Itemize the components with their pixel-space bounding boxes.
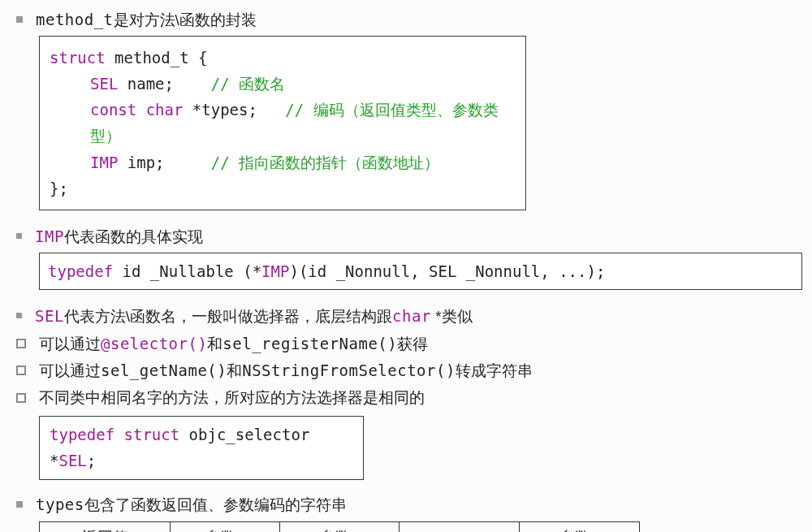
heading-code: IMP xyxy=(35,227,64,245)
section-sel: SEL代表方法\函数名，一般叫做选择器，底层结构跟char *类似 可以通过@s… xyxy=(16,305,796,480)
bullet-heading: types包含了函数返回值、参数编码的字符串 xyxy=(16,493,796,517)
heading-text: SEL代表方法\函数名，一般叫做选择器，底层结构跟char *类似 xyxy=(35,305,473,329)
bullet-heading: method_t是对方法\函数的封装 xyxy=(16,8,796,32)
bullet-heading: IMP代表函数的具体实现 xyxy=(16,225,796,249)
section-imp: IMP代表函数的具体实现 typedef id _Nullable (*IMP)… xyxy=(16,225,796,290)
heading-text: IMP代表函数的具体实现 xyxy=(35,225,203,249)
hollow-square-icon xyxy=(16,393,26,403)
heading-code: method_t xyxy=(36,11,114,28)
bullet-heading: SEL代表方法\函数名，一般叫做选择器，底层结构跟char *类似 xyxy=(16,305,796,329)
sub-bullet-3: 不同类中相同名字的方法，所对应的方法选择器是相同的 xyxy=(16,387,796,410)
table-cell: …… xyxy=(400,522,520,532)
section-method-t: method_t是对方法\函数的封装 struct method_t { SEL… xyxy=(16,8,796,210)
table-cell: 参数1 xyxy=(171,522,279,532)
square-bullet-icon xyxy=(16,16,23,23)
code-block-sel: typedef struct objc_selector *SEL; xyxy=(39,416,364,480)
table-cell: 参数2 xyxy=(280,522,400,532)
square-bullet-icon xyxy=(16,313,22,318)
heading-text: method_t是对方法\函数的封装 xyxy=(36,8,257,32)
square-bullet-icon xyxy=(16,501,23,508)
sub-bullet-1: 可以通过@selector()和sel_registerName()获得 xyxy=(16,332,796,357)
table-cell: 返回值 xyxy=(40,522,171,532)
code-block-method-t: struct method_t { SEL name; // 函数名 const… xyxy=(39,36,526,211)
section-types: types包含了函数返回值、参数编码的字符串 返回值 参数1 参数2 …… 参数… xyxy=(16,493,796,532)
types-table: 返回值 参数1 参数2 …… 参数n xyxy=(39,521,640,532)
square-bullet-icon xyxy=(16,233,22,239)
sub-bullet-2: 可以通过sel_getName()和NSStringFromSelector()… xyxy=(16,359,796,383)
heading-text: types包含了函数返回值、参数编码的字符串 xyxy=(36,493,347,517)
hollow-square-icon xyxy=(16,365,26,375)
code-block-imp: typedef id _Nullable (*IMP)(id _Nonnull,… xyxy=(39,253,802,290)
hollow-square-icon xyxy=(16,339,26,348)
table-cell: 参数n xyxy=(520,522,639,532)
